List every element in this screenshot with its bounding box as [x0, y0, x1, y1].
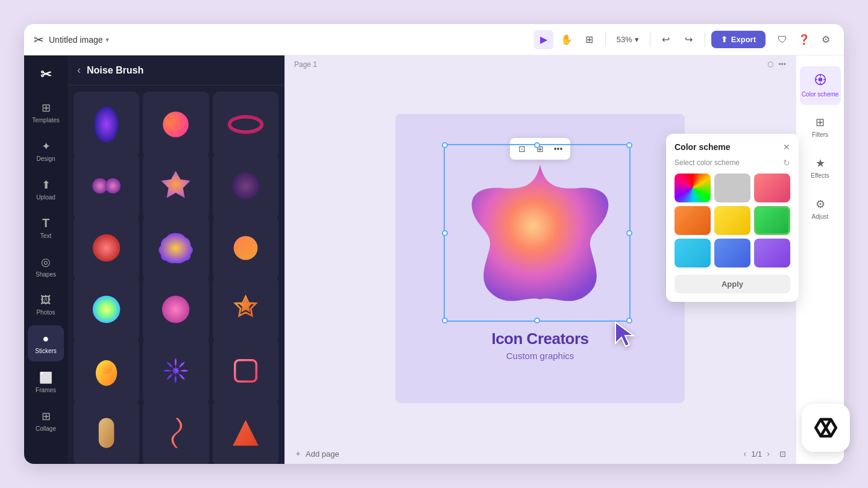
sticker-item-6[interactable]: [213, 153, 278, 219]
sidebar-item-frames[interactable]: ⬜ Frames: [28, 364, 64, 400]
color-scheme-close-button[interactable]: ✕: [783, 142, 790, 152]
sidebar-item-text[interactable]: T Text: [28, 210, 64, 246]
right-panel-item-color-scheme[interactable]: Color scheme: [800, 66, 841, 105]
sticker-item-18[interactable]: [213, 400, 278, 464]
right-panel-item-adjust[interactable]: ⚙ Adjust: [800, 189, 841, 228]
cs-swatch-cyan[interactable]: [675, 239, 711, 267]
select-tool-button[interactable]: ▶: [534, 30, 553, 49]
color-scheme-panel: Color scheme ✕ Select color scheme ↻: [666, 134, 799, 302]
text-label: Text: [40, 233, 51, 239]
photos-label: Photos: [36, 309, 55, 316]
stickers-icon: ●: [43, 333, 49, 345]
sticker-item-17[interactable]: [143, 400, 209, 464]
sticker-item-11[interactable]: [143, 277, 209, 342]
effects-panel-label: Effects: [811, 172, 829, 179]
color-scheme-panel-icon: [814, 74, 826, 89]
next-page-button[interactable]: ›: [767, 449, 770, 458]
redo-button[interactable]: ↪: [679, 30, 699, 49]
sticker-item-4[interactable]: [74, 153, 139, 219]
sticker-item-10[interactable]: [74, 277, 139, 342]
main-area: ✂ ⊞ Templates ✦ Design ⬆ Upload T Text ◎…: [24, 55, 844, 464]
undo-button[interactable]: ↩: [656, 30, 676, 49]
help-icon-btn[interactable]: ❓: [796, 31, 813, 48]
canvas-subtitle: Custom graphics: [506, 351, 574, 361]
apply-color-scheme-button[interactable]: Apply: [675, 275, 790, 293]
hand-tool-button[interactable]: ✋: [557, 30, 576, 49]
page-nav: ‹ 1/1 › ⊡: [744, 449, 786, 458]
more-options-icon[interactable]: ⬡: [767, 60, 773, 69]
cs-swatch-blue[interactable]: [714, 239, 750, 267]
sticker-item-1[interactable]: [74, 92, 139, 157]
sticker-item-14[interactable]: [143, 338, 209, 404]
canvas-more-icon[interactable]: •••: [778, 60, 786, 69]
sticker-item-5[interactable]: [143, 153, 209, 219]
templates-icon: ⊞: [42, 101, 51, 114]
frames-label: Frames: [36, 387, 56, 393]
export-label: Export: [731, 35, 756, 44]
sticker-item-9[interactable]: [213, 215, 278, 281]
cs-swatch-gray[interactable]: [714, 174, 750, 202]
cs-swatch-rainbow[interactable]: [675, 174, 711, 202]
back-button[interactable]: ‹: [77, 64, 81, 77]
app-logo-icon: ✂: [34, 33, 44, 47]
fullscreen-icon[interactable]: ⊡: [779, 449, 786, 458]
cs-refresh-icon[interactable]: ↻: [783, 158, 790, 167]
logo-area: ✂: [34, 63, 58, 87]
svg-point-4: [105, 178, 121, 194]
divider: [605, 33, 606, 47]
sidebar-item-stickers[interactable]: ● Stickers: [28, 325, 64, 361]
canvas-bottom-bar: ＋ Add page ‹ 1/1 › ⊡: [285, 443, 796, 464]
sidebar-item-templates[interactable]: ⊞ Templates: [28, 94, 64, 130]
layout-tool-button[interactable]: ⊞: [580, 30, 599, 49]
sticker-grid: [68, 86, 285, 464]
page-count: 1/1: [751, 449, 762, 458]
collage-label: Collage: [36, 425, 56, 432]
photos-icon: 🖼: [40, 294, 51, 307]
sticker-item-7[interactable]: [74, 215, 139, 281]
color-scheme-title: Color scheme: [675, 142, 731, 152]
right-panel-item-effects[interactable]: ★ Effects: [800, 148, 841, 187]
svg-rect-14: [99, 418, 115, 448]
export-button[interactable]: ⬆ Export: [711, 31, 766, 48]
cs-subtitle-text: Select color scheme: [675, 158, 740, 167]
file-name-chevron-icon[interactable]: ▾: [105, 36, 109, 44]
svg-marker-5: [162, 171, 190, 198]
sticker-item-12[interactable]: [213, 277, 278, 342]
sidebar-item-upload[interactable]: ⬆ Upload: [28, 171, 64, 207]
prev-page-button[interactable]: ‹: [744, 449, 747, 458]
right-panel-item-filters[interactable]: ⊞ Filters: [800, 107, 841, 146]
filters-panel-label: Filters: [812, 131, 828, 138]
cs-swatch-green[interactable]: [754, 206, 790, 235]
star-sticker[interactable]: [456, 156, 624, 325]
svg-point-7: [93, 234, 120, 261]
sticker-item-2[interactable]: [143, 92, 209, 157]
sticker-item-8[interactable]: [143, 215, 209, 281]
sidebar-item-photos[interactable]: 🖼 Photos: [28, 287, 64, 323]
svg-point-18: [818, 78, 822, 82]
sidebar-item-design[interactable]: ✦ Design: [28, 133, 64, 169]
cs-swatch-pink[interactable]: [754, 174, 790, 202]
divider2: [650, 33, 650, 47]
zoom-selector-button[interactable]: 53% ▾: [612, 33, 644, 46]
canvas-frame[interactable]: ⊡ ⊞ •••: [395, 114, 685, 403]
sticker-item-13[interactable]: [74, 338, 139, 404]
canvas-title: Icon Creators: [491, 330, 588, 348]
sidebar-item-collage[interactable]: ⊞ Collage: [28, 402, 64, 439]
sticker-item-15[interactable]: [213, 338, 278, 404]
sticker-item-16[interactable]: [74, 400, 139, 464]
top-bar-left: ✂ Untitled image ▾: [34, 33, 109, 47]
add-page-icon: ＋: [294, 448, 302, 459]
shield-icon-btn[interactable]: 🛡: [774, 31, 791, 48]
cs-swatch-yellow[interactable]: [714, 206, 750, 235]
sticker-item-3[interactable]: [213, 92, 278, 157]
cs-swatch-purple[interactable]: [754, 239, 790, 267]
settings-icon-btn[interactable]: ⚙: [817, 31, 834, 48]
add-page-button[interactable]: ＋ Add page: [294, 448, 339, 459]
file-name[interactable]: Untitled image ▾: [49, 35, 109, 45]
sidebar-item-shapes[interactable]: ◎ Shapes: [28, 248, 64, 284]
adjust-panel-label: Adjust: [812, 213, 829, 220]
cs-swatch-orange[interactable]: [675, 206, 711, 235]
design-label: Design: [36, 155, 55, 162]
export-icon: ⬆: [721, 35, 728, 44]
cursor-arrow: [612, 319, 637, 355]
